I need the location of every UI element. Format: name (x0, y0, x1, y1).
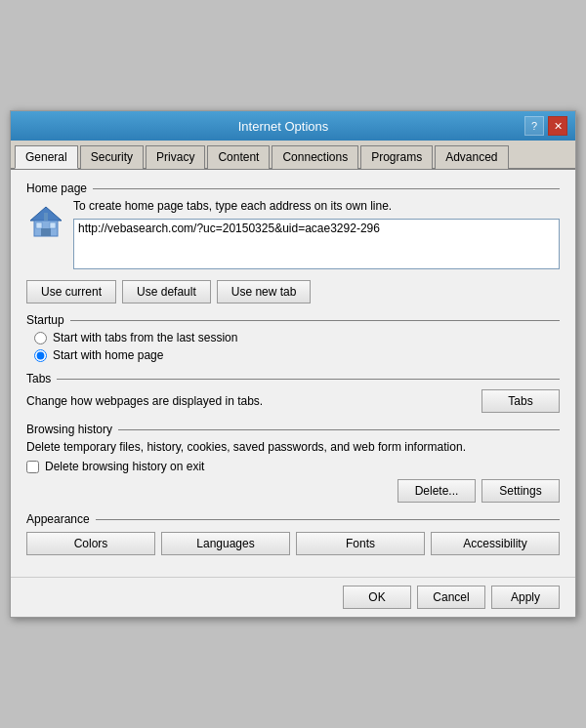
title-controls: ? ✕ (524, 116, 567, 136)
appearance-label: Appearance (26, 512, 560, 526)
main-content: Home page To create home page tabs, type… (11, 170, 575, 577)
tabs-section: Tabs Change how webpages are displayed i… (26, 372, 560, 413)
fonts-button[interactable]: Fonts (296, 532, 425, 555)
appearance-section: Appearance Colors Languages Fonts Access… (26, 512, 560, 555)
tab-advanced[interactable]: Advanced (435, 145, 508, 169)
browsing-history-label: Browsing history (26, 423, 560, 436)
ok-button[interactable]: OK (343, 586, 411, 609)
startup-label: Startup (26, 313, 560, 327)
appearance-buttons: Colors Languages Fonts Accessibility (26, 532, 560, 555)
help-button[interactable]: ? (524, 116, 544, 136)
tab-privacy[interactable]: Privacy (146, 145, 205, 169)
home-page-url-input[interactable]: http://vebasearch.com/?uc=20150325&uid=a… (73, 219, 560, 269)
delete-on-exit-checkbox-row[interactable]: Delete browsing history on exit (26, 460, 560, 473)
cancel-button[interactable]: Cancel (417, 586, 485, 609)
close-button[interactable]: ✕ (548, 116, 567, 136)
browsing-history-description: Delete temporary files, history, cookies… (26, 440, 560, 454)
startup-option-home-page[interactable]: Start with home page (34, 348, 560, 362)
startup-radio-last-session[interactable] (34, 332, 47, 344)
startup-options: Start with tabs from the last session St… (34, 331, 560, 362)
delete-button[interactable]: Delete... (398, 479, 476, 503)
delete-on-exit-checkbox[interactable] (26, 461, 39, 473)
browsing-history-section: Browsing history Delete temporary files,… (26, 423, 560, 503)
languages-button[interactable]: Languages (161, 532, 290, 555)
home-page-section: Home page To create home page tabs, type… (26, 182, 560, 303)
tab-general[interactable]: General (15, 145, 78, 169)
home-page-inner: To create home page tabs, type each addr… (26, 199, 560, 272)
home-page-label: Home page (26, 182, 560, 195)
tabs-button[interactable]: Tabs (481, 389, 560, 413)
svg-rect-3 (50, 222, 56, 228)
apply-button[interactable]: Apply (491, 586, 560, 609)
tabs-section-label: Tabs (26, 372, 560, 385)
accessibility-button[interactable]: Accessibility (431, 532, 560, 555)
tab-connections[interactable]: Connections (272, 145, 358, 169)
svg-rect-6 (44, 213, 48, 221)
use-current-button[interactable]: Use current (26, 280, 116, 303)
tab-content[interactable]: Content (207, 145, 270, 169)
svg-rect-4 (36, 222, 42, 228)
home-page-right: To create home page tabs, type each addr… (73, 199, 560, 272)
tab-bar: General Security Privacy Content Connect… (11, 141, 575, 170)
use-default-button[interactable]: Use default (122, 280, 211, 303)
svg-rect-2 (41, 228, 51, 236)
tab-security[interactable]: Security (80, 145, 144, 169)
settings-button[interactable]: Settings (481, 479, 560, 503)
tab-programs[interactable]: Programs (360, 145, 433, 169)
startup-option-last-session[interactable]: Start with tabs from the last session (34, 331, 560, 344)
home-page-description: To create home page tabs, type each addr… (73, 199, 560, 213)
use-new-tab-button[interactable]: Use new tab (217, 280, 312, 303)
startup-radio-home-page[interactable] (34, 349, 47, 362)
title-bar: Internet Options ? ✕ (11, 111, 575, 141)
window-title: Internet Options (42, 119, 524, 134)
house-icon (26, 203, 65, 242)
colors-button[interactable]: Colors (26, 532, 155, 555)
tabs-description: Change how webpages are displayed in tab… (26, 394, 263, 408)
history-buttons: Delete... Settings (26, 479, 560, 503)
startup-section: Startup Start with tabs from the last se… (26, 313, 560, 362)
bottom-bar: OK Cancel Apply (11, 577, 575, 617)
tabs-row: Change how webpages are displayed in tab… (26, 389, 560, 413)
home-page-buttons: Use current Use default Use new tab (26, 280, 560, 303)
